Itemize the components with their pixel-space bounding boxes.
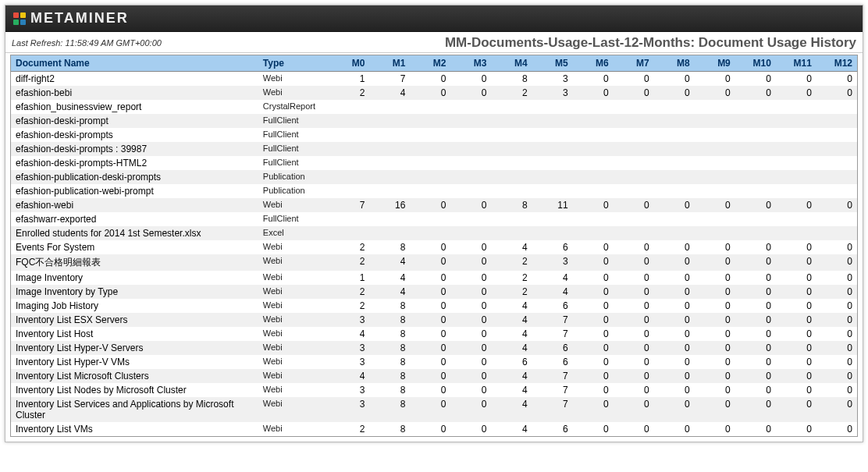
cell-value: 7 [532, 397, 573, 422]
cell-value: 0 [695, 254, 735, 271]
cell-value [573, 170, 614, 184]
cell-type: FullClient [258, 156, 329, 170]
col-header-m1[interactable]: M1 [369, 55, 410, 72]
cell-value [492, 142, 532, 156]
col-header-m8[interactable]: M8 [654, 55, 695, 72]
cell-value: 3 [532, 254, 573, 271]
cell-value [695, 184, 735, 198]
table-row[interactable]: Inventory List ESX ServersWebi3800470000… [11, 313, 857, 327]
cell-value [532, 212, 573, 226]
cell-value: 0 [816, 327, 857, 341]
cell-value [492, 156, 532, 170]
cell-document-name: efashion-deski-prompts-HTML2 [11, 156, 258, 170]
cell-value: 0 [614, 313, 654, 327]
cell-value: 2 [492, 285, 532, 299]
cell-value: 6 [532, 240, 573, 254]
cell-value: 0 [654, 254, 695, 271]
cell-value: 2 [329, 254, 369, 271]
cell-value: 0 [695, 285, 735, 299]
table-row[interactable]: efashion-publication-webi-promptPublicat… [11, 184, 857, 198]
cell-value [816, 156, 857, 170]
col-header-m10[interactable]: M10 [735, 55, 776, 72]
col-header-m5[interactable]: M5 [532, 55, 573, 72]
cell-value [816, 114, 857, 128]
col-header-m2[interactable]: M2 [410, 55, 450, 72]
cell-value: 0 [735, 341, 776, 355]
table-row[interactable]: efashion-publication-deski-promptsPublic… [11, 170, 857, 184]
table-row[interactable]: efashion_businessview_reportCrystalRepor… [11, 100, 857, 114]
cell-value: 0 [450, 299, 491, 313]
table-row[interactable]: Imaging Job HistoryWebi2800460000000 [11, 299, 857, 313]
cell-document-name: Image Inventory by Type [11, 285, 258, 299]
col-header-m11[interactable]: M11 [776, 55, 816, 72]
cell-value [816, 128, 857, 142]
table-row[interactable]: Enrolled students for 2014 1st Semester.… [11, 226, 857, 240]
cell-value [776, 226, 816, 240]
cell-value: 4 [492, 327, 532, 341]
cell-value: 0 [695, 369, 735, 383]
cell-value: 0 [450, 341, 491, 355]
col-header-m12[interactable]: M12 [816, 55, 857, 72]
cell-value: 0 [816, 240, 857, 254]
cell-value [492, 100, 532, 114]
table-row[interactable]: diff-right2Webi1700830000000 [11, 72, 857, 87]
cell-value: 0 [573, 271, 614, 285]
cell-type: Webi [258, 299, 329, 313]
table-row[interactable]: Inventory List Hyper-V VMsWebi3800660000… [11, 355, 857, 369]
cell-value [410, 100, 450, 114]
col-header-document-name[interactable]: Document Name [11, 55, 258, 72]
table-row[interactable]: efashion-webiWebi716008110000000 [11, 198, 857, 212]
cell-value [654, 226, 695, 240]
table-row[interactable]: FQC不合格明細報表Webi2400230000000 [11, 254, 857, 271]
table-row[interactable]: Inventory List HostWebi4800470000000 [11, 327, 857, 341]
cell-value: 0 [776, 254, 816, 271]
cell-value [614, 156, 654, 170]
col-header-m3[interactable]: M3 [450, 55, 491, 72]
cell-type: Webi [258, 198, 329, 212]
table-row[interactable]: efashion-deski-promptFullClient [11, 114, 857, 128]
cell-document-name: Imaging Job History [11, 299, 258, 313]
table-row[interactable]: Inventory List VMsWebi2800460000000 [11, 422, 857, 436]
col-header-m7[interactable]: M7 [614, 55, 654, 72]
cell-value [654, 184, 695, 198]
cell-value [654, 212, 695, 226]
cell-value [735, 184, 776, 198]
cell-value [492, 212, 532, 226]
cell-value: 3 [329, 313, 369, 327]
cell-document-name: diff-right2 [11, 72, 258, 87]
table-row[interactable]: Events For SystemWebi2800460000000 [11, 240, 857, 254]
table-row[interactable]: efashion-deski-prompts : 39987FullClient [11, 142, 857, 156]
cell-value: 0 [816, 271, 857, 285]
col-header-m6[interactable]: M6 [573, 55, 614, 72]
table-row[interactable]: Inventory List Microsoft ClustersWebi480… [11, 369, 857, 383]
col-header-m4[interactable]: M4 [492, 55, 532, 72]
col-header-m9[interactable]: M9 [695, 55, 735, 72]
table-row[interactable]: Inventory List Hyper-V ServersWebi380046… [11, 341, 857, 355]
cell-document-name: efashwarr-exported [11, 212, 258, 226]
cell-value: 0 [654, 422, 695, 436]
table-row[interactable]: efashion-bebiWebi2400230000000 [11, 86, 857, 100]
table-row[interactable]: Image InventoryWebi1400240000000 [11, 271, 857, 285]
col-header-type[interactable]: Type [258, 55, 329, 72]
cell-value: 0 [654, 341, 695, 355]
col-header-m0[interactable]: M0 [329, 55, 369, 72]
table-row[interactable]: efashion-deski-prompts-HTML2FullClient [11, 156, 857, 170]
table-row[interactable]: Inventory List Services and Applications… [11, 397, 857, 422]
cell-value: 0 [614, 355, 654, 369]
table-row[interactable]: efashion-deski-promptsFullClient [11, 128, 857, 142]
cell-value: 0 [735, 240, 776, 254]
table-row[interactable]: efashwarr-exportedFullClient [11, 212, 857, 226]
table-row[interactable]: Image Inventory by TypeWebi2400240000000 [11, 285, 857, 299]
cell-value [735, 114, 776, 128]
cell-value [695, 114, 735, 128]
cell-value: 0 [573, 198, 614, 212]
cell-value [450, 212, 491, 226]
cell-value: 0 [614, 72, 654, 87]
cell-value: 7 [532, 369, 573, 383]
cell-value: 0 [654, 327, 695, 341]
cell-value [450, 184, 491, 198]
cell-value [776, 100, 816, 114]
cell-value: 0 [735, 369, 776, 383]
cell-value [735, 170, 776, 184]
table-row[interactable]: Inventory List Nodes by Microsoft Cluste… [11, 383, 857, 397]
